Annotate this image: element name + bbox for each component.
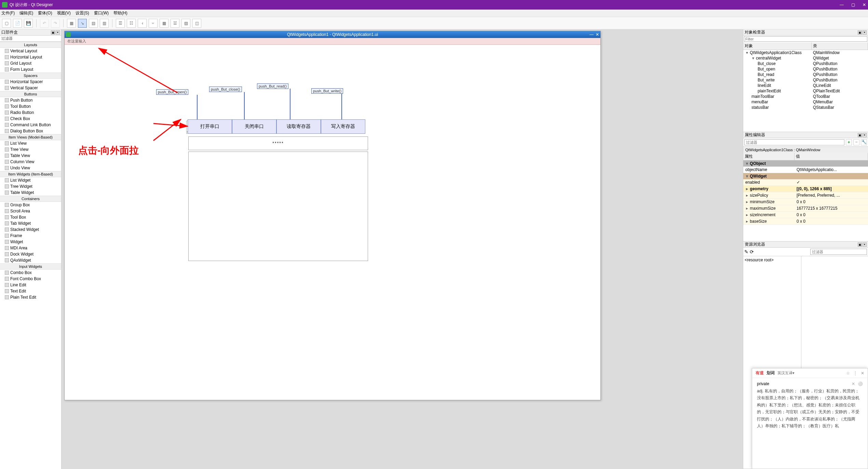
reload-icon[interactable]: ⟳ [750, 249, 754, 255]
pin-icon[interactable]: ☆ [846, 371, 850, 376]
undo-icon[interactable]: ↶ [40, 19, 49, 28]
property-row[interactable]: ▸ sizeIncrement0 x 0 [743, 212, 868, 218]
design-button-read[interactable]: 读取寄存器 [276, 119, 321, 134]
menu-file[interactable]: 文件(F) [1, 10, 15, 16]
widget-item[interactable]: QAxWidget [0, 257, 61, 263]
widget-item[interactable]: Vertical Spacer [0, 85, 61, 91]
open-icon[interactable]: 📄 [13, 19, 22, 28]
layout-hs-icon[interactable]: ⫞ [138, 19, 147, 28]
dock-close-icon[interactable]: ✕ [56, 30, 60, 35]
design-lineedit[interactable]: ***** [188, 136, 368, 150]
dock-float-icon[interactable]: ▣ [858, 133, 862, 137]
signal-label[interactable]: push_But_close() [209, 87, 242, 92]
menu-window[interactable]: 窗口(W) [94, 10, 109, 16]
widget-item[interactable]: Table Widget [0, 190, 61, 196]
cat-itemviews[interactable]: Item Views (Model-Based) [0, 134, 61, 140]
save-icon[interactable]: 💾 [24, 19, 33, 28]
design-plaintextedit[interactable] [188, 152, 368, 261]
widget-item[interactable]: Frame [0, 233, 61, 239]
property-row[interactable]: ▸ minimumSize0 x 0 [743, 199, 868, 205]
property-row[interactable]: enabled✓ [743, 179, 868, 186]
cat-itemwidgets[interactable]: Item Widgets (Item-Based) [0, 171, 61, 177]
widget-item[interactable]: Tool Box [0, 214, 61, 220]
widget-item[interactable]: Font Combo Box [0, 276, 61, 282]
widget-item[interactable]: Dock Widget [0, 251, 61, 257]
resource-filter-input[interactable] [810, 249, 867, 255]
widget-item[interactable]: Tree View [0, 146, 61, 153]
form-close-button[interactable]: ✕ [596, 32, 599, 37]
widget-item[interactable]: Grid Layout [0, 60, 61, 66]
signal-label[interactable]: push_But_write() [311, 88, 343, 94]
widget-item[interactable]: Tool Button [0, 103, 61, 109]
dict-close-button[interactable]: ✕ [861, 371, 864, 376]
widget-item[interactable]: Combo Box [0, 270, 61, 276]
property-row[interactable]: objectNameQtWidgetsApplicatio... [743, 167, 868, 173]
widget-item[interactable]: Text Edit [0, 288, 61, 294]
col-property[interactable]: 属性 [743, 153, 795, 160]
property-row[interactable]: ▸ baseSize0 x 0 [743, 218, 868, 225]
menu-view[interactable]: 视图(V) [57, 10, 71, 16]
minimize-button[interactable]: — [840, 2, 844, 7]
object-filter-input[interactable] [744, 36, 867, 42]
dock-float-icon[interactable]: ▣ [858, 30, 862, 35]
widget-item[interactable]: Vertical Layout [0, 48, 61, 54]
layout-vs-icon[interactable]: ⫟ [149, 19, 158, 28]
edit-resource-icon[interactable]: ✎ [744, 249, 748, 255]
widget-item[interactable]: MDI Area [0, 245, 61, 251]
widget-item[interactable]: Form Layout [0, 66, 61, 73]
layout-form-icon[interactable]: ☱ [171, 19, 179, 28]
widget-item[interactable]: List Widget [0, 177, 61, 183]
more-icon[interactable]: ⋮ [853, 371, 857, 376]
object-row[interactable]: plainTextEditQPlainTextEdit [743, 88, 868, 94]
edit-signals-icon[interactable]: ↘ [78, 19, 87, 28]
search-icon[interactable]: ⚪ [858, 381, 863, 386]
widget-item[interactable]: Group Box [0, 202, 61, 208]
widget-item[interactable]: Widget [0, 239, 61, 245]
design-button-write[interactable]: 写入寄存器 [321, 119, 365, 134]
widget-item[interactable]: Command Link Button [0, 122, 61, 128]
dock-close-icon[interactable]: ✕ [863, 243, 867, 247]
object-row[interactable]: lineEditQLineEdit [743, 83, 868, 88]
remove-property-button[interactable]: − [853, 139, 859, 145]
widget-item[interactable]: Push Button [0, 97, 61, 103]
property-filter-input[interactable] [744, 139, 844, 145]
col-object[interactable]: 对象 [743, 42, 812, 50]
widget-item[interactable]: Horizontal Spacer [0, 79, 61, 85]
design-canvas[interactable]: push_But_open() push_But_close() push_Bu… [65, 45, 600, 400]
form-min-button[interactable]: — [589, 32, 594, 37]
cat-containers[interactable]: Containers [0, 196, 61, 202]
config-property-button[interactable]: 🔧 [861, 139, 867, 145]
new-icon[interactable]: ▢ [2, 19, 11, 28]
form-titlebar[interactable]: QtWidgetsApplication1 - QtWidgetsApplica… [65, 31, 600, 38]
cat-spacers[interactable]: Spacers [0, 73, 61, 79]
clear-icon[interactable]: ✕ [852, 381, 855, 386]
widget-item[interactable]: Dialog Button Box [0, 128, 61, 134]
object-row[interactable]: But_closeQPushButton [743, 61, 868, 66]
maximize-button[interactable]: ▢ [851, 2, 855, 7]
widget-item[interactable]: Line Edit [0, 282, 61, 288]
col-class[interactable]: 类 [812, 42, 868, 50]
edit-buddies-icon[interactable]: ▤ [89, 19, 98, 28]
widget-item[interactable]: Column View [0, 159, 61, 165]
adjust-size-icon[interactable]: ◫ [192, 19, 201, 28]
property-row[interactable]: ▸ maximumSize16777215 x 16777215 [743, 205, 868, 212]
edit-tab-icon[interactable]: ▥ [100, 19, 109, 28]
widget-item[interactable]: Scroll Area [0, 208, 61, 214]
object-row[interactable]: ▾ QtWidgetsApplication1ClassQMainWindow [743, 50, 868, 55]
object-row[interactable]: But_writeQPushButton [743, 77, 868, 83]
widget-item[interactable]: Tree Widget [0, 183, 61, 190]
design-button-open[interactable]: 打开串口 [188, 119, 232, 134]
redo-icon[interactable]: ↷ [51, 19, 60, 28]
widget-item[interactable]: Plain Text Edit [0, 294, 61, 300]
mdi-area[interactable]: QtWidgetsApplication1 - QtWidgetsApplica… [62, 29, 743, 469]
layout-v-icon[interactable]: ☷ [127, 19, 136, 28]
design-button-close[interactable]: 关闭串口 [232, 119, 276, 134]
object-row[interactable]: mainToolBarQToolBar [743, 94, 868, 99]
widget-item[interactable]: Tab Widget [0, 220, 61, 226]
widget-item[interactable]: List View [0, 140, 61, 146]
cat-layouts[interactable]: Layouts [0, 42, 61, 48]
widget-item[interactable]: Table View [0, 153, 61, 159]
menu-form[interactable]: 窗体(O) [38, 10, 52, 16]
dictionary-popup[interactable]: 有道划词 英汉互译▾ ☆ ⋮ ✕ private ✕⚪ adj. 私有的，自用的… [752, 368, 868, 469]
widget-item[interactable]: Undo View [0, 165, 61, 171]
